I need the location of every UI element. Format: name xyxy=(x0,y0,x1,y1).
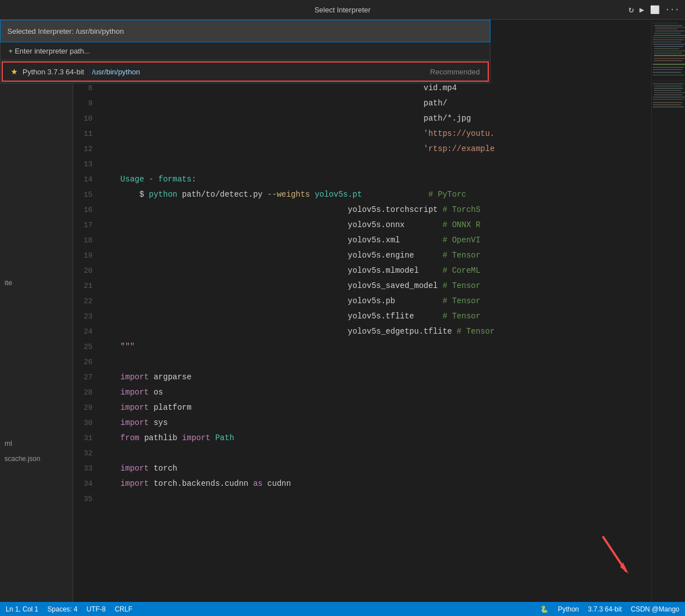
status-spaces[interactable]: Spaces: 4 xyxy=(47,605,77,613)
status-position[interactable]: Ln 1, Col 1 xyxy=(6,605,38,613)
status-encoding[interactable]: UTF-8 xyxy=(86,605,105,613)
status-python-version[interactable]: 3.7.3 64-bit xyxy=(588,605,622,613)
code-line-18: 18 yolov5s.xml # OpenVI xyxy=(73,233,685,248)
svg-rect-17 xyxy=(654,60,682,61)
interpreter-recommended-tag: Recommended xyxy=(430,68,480,76)
status-line-ending[interactable]: CRLF xyxy=(114,605,132,613)
svg-rect-28 xyxy=(654,92,685,93)
status-csdn-text: CSDN @Mango xyxy=(631,605,679,613)
svg-rect-29 xyxy=(654,95,682,95)
play-icon[interactable]: ▶ xyxy=(639,5,644,15)
svg-rect-6 xyxy=(654,35,685,36)
svg-rect-32 xyxy=(653,102,682,103)
code-line-35: 35 xyxy=(73,491,685,507)
interpreter-item-python37[interactable]: ★ Python 3.7.3 64-bit /usr/bin/python Re… xyxy=(2,61,489,82)
svg-rect-14 xyxy=(654,53,682,54)
enter-interpreter-path[interactable]: + Enter interpreter path... xyxy=(1,42,490,60)
code-line-22: 22 yolov5s.pb # Tensor xyxy=(73,294,685,309)
code-line-9: 9 path/ xyxy=(73,96,685,111)
svg-rect-27 xyxy=(654,90,681,91)
svg-rect-11 xyxy=(654,46,683,47)
code-line-30: 30 import sys xyxy=(73,415,685,431)
svg-rect-18 xyxy=(653,64,685,65)
svg-rect-13 xyxy=(654,51,685,51)
star-icon: ★ xyxy=(11,67,18,76)
enter-path-label: + Enter interpreter path... xyxy=(8,47,90,55)
code-line-21: 21 yolov5s_saved_model # Tensor xyxy=(73,278,685,294)
status-language[interactable]: Python xyxy=(558,605,578,613)
interpreter-name: Python 3.7.3 64-bit xyxy=(23,68,84,76)
status-python-icon: 🐍 xyxy=(540,605,549,613)
svg-rect-34 xyxy=(653,107,684,107)
code-line-11: 11 'https://youtu. xyxy=(73,126,685,141)
sidebar-cache-text: scache.json xyxy=(0,453,45,465)
svg-rect-12 xyxy=(654,48,679,49)
code-line-31: 31 from pathlib import Path xyxy=(73,431,685,446)
code-line-33: 33 import torch xyxy=(73,461,685,476)
code-line-25: 25 """ xyxy=(73,339,685,354)
title-bar: Select Interpreter ↻ ▶ ⬜ ··· xyxy=(0,0,685,20)
svg-rect-5 xyxy=(654,33,681,33)
code-line-14: 14 Usage - formats: xyxy=(73,172,685,187)
svg-rect-23 xyxy=(653,80,685,82)
interpreter-path: /usr/bin/python xyxy=(92,68,140,76)
interpreter-item-left: ★ Python 3.7.3 64-bit /usr/bin/python xyxy=(11,67,140,76)
code-area[interactable]: 4 5 Usage - sources: 6 $ python path/to/… xyxy=(73,20,685,602)
sidebar: ite ml scache.json xyxy=(0,20,73,602)
code-line-27: 27 import argparse xyxy=(73,370,685,385)
svg-rect-20 xyxy=(653,69,682,70)
svg-rect-31 xyxy=(653,99,684,100)
interpreter-list: + Enter interpreter path... ★ Python 3.7… xyxy=(0,42,490,83)
code-line-32: 32 xyxy=(73,446,685,461)
code-line-26: 26 xyxy=(73,354,685,370)
svg-rect-8 xyxy=(653,39,684,40)
interpreter-search-box[interactable]: Selected Interpreter: /usr/bin/python xyxy=(0,20,490,42)
code-line-24: 24 yolov5s_edgetpu.tflite # Tensor xyxy=(73,324,685,339)
svg-rect-10 xyxy=(653,44,685,45)
code-line-23: 23 yolov5s.tflite # Tensor xyxy=(73,309,685,324)
svg-rect-30 xyxy=(653,97,685,98)
svg-rect-19 xyxy=(653,67,684,68)
svg-rect-4 xyxy=(655,31,684,32)
svg-rect-16 xyxy=(654,58,685,59)
code-line-15: 15 $ python path/to/detect.py --weights … xyxy=(73,187,685,202)
sidebar-ite-text: ite xyxy=(0,276,17,289)
code-line-34: 34 import torch.backends.cudnn as cudnn xyxy=(73,476,685,491)
svg-rect-22 xyxy=(653,75,684,76)
code-line-28: 28 import os xyxy=(73,385,685,400)
split-icon[interactable]: ⬜ xyxy=(650,5,660,15)
code-line-13: 13 xyxy=(73,157,685,172)
svg-rect-24 xyxy=(653,83,684,84)
code-line-17: 17 yolov5s.onnx # ONNX R xyxy=(73,218,685,233)
svg-rect-25 xyxy=(654,86,682,86)
red-arrow-indicator xyxy=(598,534,631,582)
editor: 4 5 Usage - sources: 6 $ python path/to/… xyxy=(73,20,685,602)
svg-rect-7 xyxy=(653,37,685,38)
code-line-29: 29 import platform xyxy=(73,400,685,415)
status-right-section: 🐍 Python 3.7.3 64-bit CSDN @Mango xyxy=(540,605,679,613)
svg-rect-15 xyxy=(654,55,685,56)
svg-rect-26 xyxy=(654,88,683,88)
code-line-19: 19 yolov5s.engine # Tensor xyxy=(73,248,685,263)
interpreter-overlay: Selected Interpreter: /usr/bin/python + … xyxy=(0,20,490,83)
sidebar-xml-text: ml xyxy=(0,437,17,450)
code-line-20: 20 yolov5s.mlmodel # CoreML xyxy=(73,263,685,278)
svg-rect-33 xyxy=(653,104,681,105)
title-bar-actions: ↻ ▶ ⬜ ··· xyxy=(629,4,679,15)
minimap xyxy=(651,20,685,602)
interpreter-search-value: Selected Interpreter: /usr/bin/python xyxy=(7,27,124,36)
code-line-10: 10 path/*.jpg xyxy=(73,111,685,126)
svg-rect-3 xyxy=(655,29,678,29)
svg-rect-2 xyxy=(655,27,685,28)
code-line-16: 16 yolov5s.torchscript # TorchS xyxy=(73,202,685,218)
code-line-12: 12 'rtsp://example xyxy=(73,141,685,157)
status-bar: Ln 1, Col 1 Spaces: 4 UTF-8 CRLF 🐍 Pytho… xyxy=(0,602,685,616)
svg-rect-1 xyxy=(654,25,682,26)
more-icon[interactable]: ··· xyxy=(665,5,679,14)
svg-rect-21 xyxy=(653,72,681,73)
svg-rect-9 xyxy=(653,42,681,42)
svg-rect-0 xyxy=(653,23,678,24)
refresh-icon[interactable]: ↻ xyxy=(629,4,634,15)
title-bar-title: Select Interpreter xyxy=(315,6,371,14)
